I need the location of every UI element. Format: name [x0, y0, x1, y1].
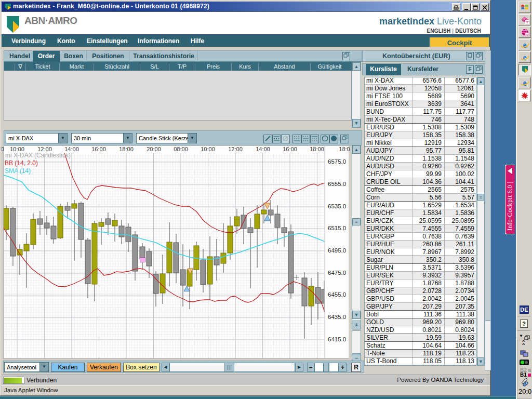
svg-text:6575.0: 6575.0 [328, 158, 346, 165]
svg-text:T: T [526, 20, 528, 24]
svg-text:20:00: 20:00 [147, 146, 161, 152]
svg-text:16:00: 16:00 [283, 146, 297, 152]
svg-text:18:0: 18:0 [339, 146, 350, 152]
svg-text:T: T [526, 33, 528, 36]
svg-text:6495.0: 6495.0 [328, 247, 346, 254]
svg-text:12:00: 12:00 [228, 146, 243, 152]
svg-text:6435.0: 6435.0 [328, 314, 346, 320]
svg-text:6415.0: 6415.0 [328, 336, 346, 342]
svg-text:16:00: 16:00 [91, 146, 106, 152]
svg-text:e: e [523, 53, 526, 61]
svg-text:e: e [523, 41, 526, 49]
svg-text:18:00: 18:00 [119, 146, 134, 152]
svg-text:BB (14, 2.0): BB (14, 2.0) [5, 159, 38, 167]
svg-text:08:00: 08:00 [174, 146, 188, 152]
svg-text:SMA (14): SMA (14) [5, 167, 31, 175]
svg-text:6515.0: 6515.0 [328, 225, 346, 231]
svg-text:e: e [523, 78, 526, 87]
svg-text:6475.0: 6475.0 [328, 270, 346, 276]
svg-text:6535.0: 6535.0 [328, 203, 346, 209]
svg-text:18:00: 18:00 [310, 146, 324, 152]
svg-text:10:00: 10:00 [201, 146, 215, 152]
svg-text:mi X-DAX (Candlestick): mi X-DAX (Candlestick) [5, 152, 71, 159]
svg-text:0: 0 [2, 146, 4, 152]
svg-text:6555.0: 6555.0 [328, 181, 346, 187]
svg-text:14:00: 14:00 [256, 146, 270, 152]
svg-text:6455.0: 6455.0 [328, 291, 346, 298]
